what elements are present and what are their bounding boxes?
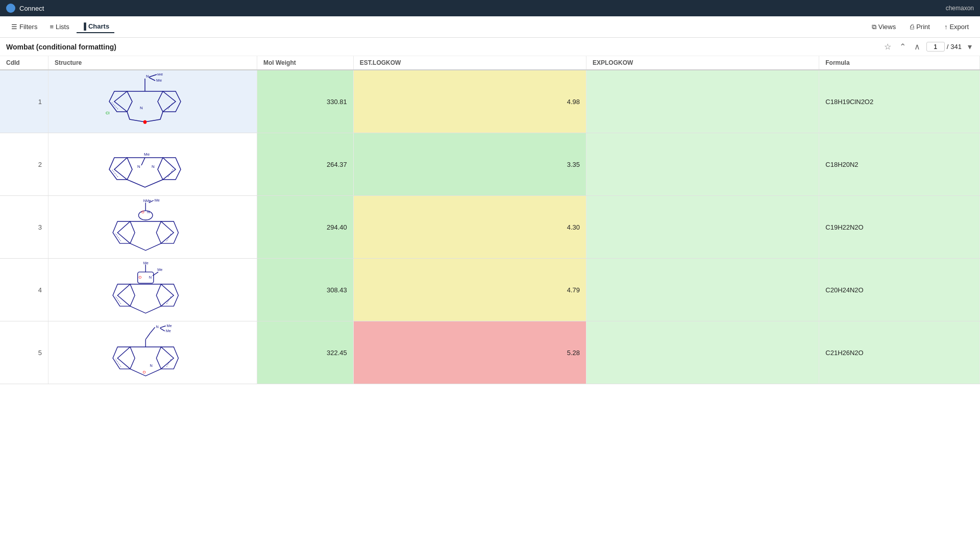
cell-explogkow — [586, 133, 819, 196]
print-button[interactable]: ⎙ Print — [905, 21, 935, 33]
svg-text:Me: Me — [166, 329, 171, 333]
charts-button[interactable]: ▐ Charts — [77, 20, 114, 33]
page-number-input[interactable]: 1 — [926, 42, 945, 52]
svg-marker-45 — [156, 347, 178, 369]
svg-line-49 — [145, 333, 150, 340]
svg-marker-44 — [113, 347, 135, 369]
cell-estlogkow: 5.28 — [353, 321, 586, 384]
svg-text:Me: Me — [157, 267, 162, 272]
app-title-area: Connect — [6, 4, 44, 13]
collapse-button[interactable]: ⌃ — [897, 41, 908, 53]
cell-formula: C18H19ClN2O2 — [819, 70, 980, 133]
svg-text:O: O — [143, 370, 146, 374]
cell-formula: C21H26N2O — [819, 321, 980, 384]
molecule-structure-2: N N Me — [102, 136, 204, 192]
svg-marker-1 — [158, 91, 181, 112]
cell-molweight: 322.45 — [257, 321, 353, 384]
svg-text:N: N — [149, 275, 152, 280]
cell-estlogkow: 4.98 — [353, 70, 586, 133]
col-header-structure[interactable]: Structure — [48, 56, 257, 70]
svg-line-54 — [160, 328, 165, 331]
svg-text:N: N — [146, 74, 149, 79]
col-header-cdid[interactable]: CdId — [0, 56, 48, 70]
cell-structure: O N N Me Me Cl — [48, 70, 257, 133]
svg-marker-34 — [156, 284, 178, 306]
cell-explogkow — [586, 196, 819, 259]
svg-marker-23 — [156, 221, 178, 243]
star-button[interactable]: ☆ — [882, 41, 893, 53]
cell-formula: C18H20N2 — [819, 133, 980, 196]
table-row[interactable]: 3 O N NMe — [0, 196, 980, 259]
col-header-explogkow[interactable]: EXPLOGKOW — [586, 56, 819, 70]
cell-molweight: 294.40 — [257, 196, 353, 259]
svg-marker-33 — [113, 284, 135, 306]
export-icon: ↑ — [944, 23, 948, 31]
hamburger-icon: ☰ — [11, 23, 17, 31]
views-icon: ⧉ — [872, 23, 876, 31]
svg-text:Cl: Cl — [106, 111, 110, 115]
cell-explogkow — [586, 70, 819, 133]
expand-button[interactable]: ▾ — [966, 41, 974, 53]
cell-formula: C19H22N2O — [819, 196, 980, 259]
molecule-structure-4: O N Me Me — [102, 262, 204, 318]
svg-line-50 — [150, 328, 155, 333]
views-button[interactable]: ⧉ Views — [867, 21, 901, 33]
cell-molweight: 264.37 — [257, 133, 353, 196]
svg-line-20 — [112, 169, 118, 177]
lists-button[interactable]: ≡ Lists — [44, 21, 74, 33]
table-row[interactable]: 2 N N Me — [0, 133, 980, 196]
cell-structure: N N Me — [48, 133, 257, 196]
svg-text:Me: Me — [166, 324, 172, 328]
svg-text:O: O — [141, 210, 144, 214]
svg-text:N: N — [156, 324, 158, 329]
svg-text:N: N — [152, 164, 155, 169]
list-icon: ≡ — [50, 23, 54, 31]
table-row[interactable]: 5 O N — [0, 321, 980, 384]
cell-cdid: 4 — [0, 259, 48, 321]
up-arrow-button[interactable]: ∧ — [912, 41, 922, 53]
table-row[interactable]: 1 O N — [0, 70, 980, 133]
table-row[interactable]: 4 O N Me — [0, 259, 980, 321]
cell-estlogkow: 3.35 — [353, 133, 586, 196]
svg-line-18 — [141, 158, 145, 165]
cell-structure: O N N Me Me — [48, 321, 257, 384]
export-button[interactable]: ↑ Export — [939, 21, 974, 33]
page-title: Wombat (conditional formatting) — [6, 43, 116, 51]
col-header-molweight[interactable]: Mol Weight — [257, 56, 353, 70]
cell-cdid: 2 — [0, 133, 48, 196]
table-container: CdId Structure Mol Weight EST.LOGKOW EXP… — [0, 56, 980, 548]
table-header-row: CdId Structure Mol Weight EST.LOGKOW EXP… — [0, 56, 980, 70]
cell-estlogkow: 4.79 — [353, 259, 586, 321]
cell-cdid: 1 — [0, 70, 48, 133]
svg-text:Me: Me — [143, 262, 149, 265]
app-icon — [6, 4, 15, 13]
svg-line-9 — [149, 78, 155, 81]
svg-line-13 — [168, 103, 173, 109]
col-header-estlogkow[interactable]: EST.LOGKOW — [353, 56, 586, 70]
cell-estlogkow: 4.30 — [353, 196, 586, 259]
svg-marker-15 — [158, 158, 181, 180]
molecule-structure-1: O N N Me Me Cl — [102, 73, 204, 130]
svg-line-57 — [166, 359, 171, 367]
main-toolbar: ☰ Filters ≡ Lists ▐ Charts ⧉ Views ⎙ Pri… — [0, 16, 980, 38]
svg-line-52 — [160, 326, 166, 328]
cell-explogkow — [586, 321, 819, 384]
app-name: Connect — [19, 5, 44, 12]
filters-button[interactable]: ☰ Filters — [6, 21, 42, 33]
table-body: 1 O N — [0, 70, 980, 384]
svg-marker-0 — [109, 91, 132, 112]
page-title-bar: Wombat (conditional formatting) ☆ ⌃ ∧ 1 … — [0, 38, 980, 56]
top-bar: Connect chemaxon — [0, 0, 980, 16]
svg-line-21 — [168, 169, 173, 177]
svg-line-43 — [166, 296, 171, 304]
svg-text:Me: Me — [157, 73, 163, 77]
print-icon: ⎙ — [910, 23, 914, 31]
svg-text:N: N — [140, 106, 143, 110]
svg-text:O: O — [143, 120, 146, 125]
col-header-formula[interactable]: Formula — [819, 56, 980, 70]
title-right-controls: ☆ ⌃ ∧ 1 / 341 ▾ — [882, 41, 974, 53]
svg-point-24 — [138, 211, 153, 220]
cell-explogkow — [586, 259, 819, 321]
cell-cdid: 3 — [0, 196, 48, 259]
svg-text:Me: Me — [155, 199, 160, 203]
